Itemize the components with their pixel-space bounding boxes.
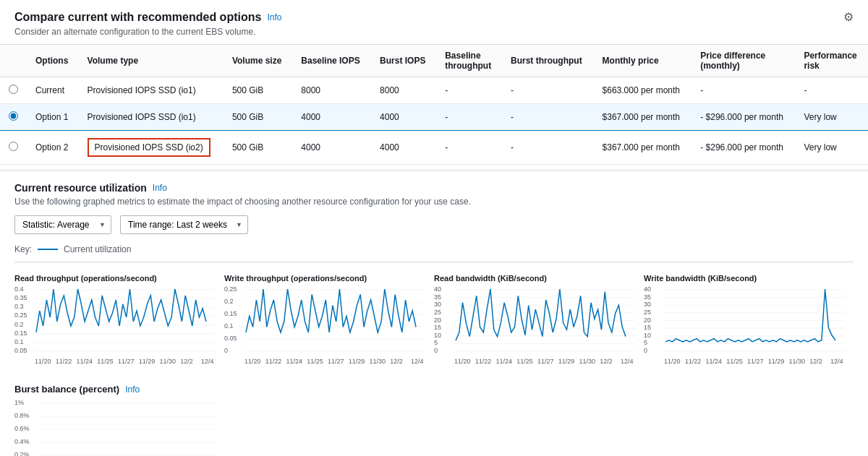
util-info-link[interactable]: Info — [153, 183, 167, 193]
baseline-iops: 4000 — [292, 104, 371, 131]
chart-container-0: Read throughput (operations/second)0.40.… — [14, 270, 224, 369]
svg-text:12/4: 12/4 — [201, 358, 214, 365]
svg-text:25: 25 — [644, 309, 651, 316]
perf-risk: - — [795, 77, 868, 104]
table-row: CurrentProvisioned IOPS SSD (io1)500 GiB… — [0, 77, 868, 104]
svg-text:30: 30 — [434, 301, 441, 308]
burst-section: Burst balance (percent) Info 1% 0.8% 0.6… — [0, 377, 868, 456]
volume-type: Provisioned IOPS SSD (io1) — [79, 77, 224, 104]
svg-text:30: 30 — [644, 301, 651, 308]
svg-text:11/24: 11/24 — [77, 358, 93, 365]
svg-text:11/27: 11/27 — [537, 358, 554, 365]
svg-text:11/27: 11/27 — [328, 358, 344, 365]
monthly-price: $367.000 per month — [594, 131, 692, 165]
svg-text:0: 0 — [644, 347, 647, 354]
table-row: Option 2Provisioned IOPS SSD (io2)500 Gi… — [0, 131, 868, 165]
svg-text:35: 35 — [434, 293, 441, 301]
svg-text:35: 35 — [644, 293, 651, 301]
col-volume-size: Volume size — [224, 45, 292, 77]
svg-text:0.15: 0.15 — [224, 310, 237, 317]
table-row: Option 1Provisioned IOPS SSD (io1)500 Gi… — [0, 104, 868, 131]
svg-text:0.1: 0.1 — [224, 322, 234, 330]
chart-title-1: Write throughput (operations/second) — [224, 274, 425, 283]
option-label: Current — [27, 77, 79, 104]
svg-text:0.25: 0.25 — [224, 285, 237, 293]
svg-text:15: 15 — [644, 324, 651, 331]
svg-text:0.2: 0.2 — [14, 321, 24, 328]
svg-text:11/25: 11/25 — [726, 358, 743, 365]
col-price-diff: Price difference(monthly) — [692, 45, 795, 77]
col-volume-type: Volume type — [79, 45, 224, 77]
svg-text:0.8%: 0.8% — [14, 412, 30, 419]
svg-text:12/2: 12/2 — [390, 358, 403, 365]
perf-risk: Very low — [795, 104, 868, 131]
time-range-dropdown-wrapper: Time range: Last 2 weeks — [120, 215, 248, 234]
svg-text:0.4%: 0.4% — [14, 438, 30, 445]
table-header-row: Options Volume type Volume size Baseline… — [0, 45, 868, 77]
svg-text:11/24: 11/24 — [706, 358, 723, 365]
svg-text:0.15: 0.15 — [14, 330, 27, 337]
volume-type: Provisioned IOPS SSD (io1) — [79, 104, 224, 131]
chart-area-0: 0.40.350.30.250.20.150.10.0511/2011/2211… — [14, 285, 216, 365]
svg-text:5: 5 — [434, 339, 438, 346]
burst-header: Burst balance (percent) Info — [14, 384, 854, 395]
svg-text:11/29: 11/29 — [558, 358, 575, 365]
svg-text:5: 5 — [644, 339, 647, 346]
monthly-price: $663.000 per month — [594, 77, 692, 104]
page-info-link[interactable]: Info — [267, 12, 281, 22]
chart-container-3: Write bandwidth (KiB/second)403530252015… — [644, 270, 854, 369]
svg-text:0.25: 0.25 — [14, 311, 27, 319]
radio-option2[interactable] — [9, 142, 18, 151]
svg-text:0.6%: 0.6% — [14, 425, 30, 432]
time-range-dropdown[interactable]: Time range: Last 2 weeks — [120, 215, 248, 234]
svg-text:11/27: 11/27 — [118, 358, 135, 365]
svg-text:12/4: 12/4 — [411, 358, 424, 365]
svg-text:11/22: 11/22 — [265, 358, 282, 365]
burst-chart-area: 1% 0.8% 0.6% 0.4% 0.2% 0% 11/20 11/22 11… — [14, 397, 854, 456]
col-baseline-iops: Baseline IOPS — [292, 45, 371, 77]
price-diff: - $296.000 per month — [692, 104, 795, 131]
svg-text:11/20: 11/20 — [664, 358, 681, 365]
statistic-dropdown[interactable]: Statistic: Average — [14, 215, 111, 234]
key-label: Current utilization — [64, 244, 131, 254]
svg-text:40: 40 — [644, 285, 651, 293]
burst-throughput: - — [502, 77, 594, 104]
chart-svg-1: 0.250.20.150.10.05011/2011/2211/2411/251… — [224, 285, 425, 365]
svg-text:11/20: 11/20 — [244, 358, 261, 365]
perf-risk: Very low — [795, 131, 868, 165]
chart-title-2: Read bandwidth (KiB/second) — [434, 274, 635, 283]
chart-title-0: Read throughput (operations/second) — [14, 274, 216, 283]
burst-iops: 8000 — [371, 77, 436, 104]
svg-text:10: 10 — [434, 332, 441, 339]
chart-container-2: Read bandwidth (KiB/second)4035302520151… — [434, 270, 644, 369]
key-label-prefix: Key: — [14, 244, 32, 254]
radio-current[interactable] — [9, 85, 18, 94]
gear-icon[interactable]: ⚙ — [843, 10, 854, 24]
col-burst-iops: Burst IOPS — [371, 45, 436, 77]
svg-text:11/25: 11/25 — [97, 358, 114, 365]
chart-title-3: Write bandwidth (KiB/second) — [644, 274, 845, 283]
svg-text:0: 0 — [224, 347, 228, 354]
price-diff: - — [692, 77, 795, 104]
svg-text:20: 20 — [434, 317, 441, 324]
radio-option1[interactable] — [9, 111, 18, 121]
svg-text:12/2: 12/2 — [600, 358, 613, 365]
burst-info-link[interactable]: Info — [125, 384, 140, 395]
chart-key: Key: Current utilization — [14, 244, 854, 254]
col-perf-risk: Performancerisk — [795, 45, 868, 77]
svg-text:11/30: 11/30 — [579, 358, 596, 365]
svg-text:0.05: 0.05 — [224, 335, 237, 342]
options-table: Options Volume type Volume size Baseline… — [0, 44, 868, 165]
option-label: Option 2 — [27, 131, 79, 165]
price-diff: - $296.000 per month — [692, 131, 795, 165]
col-options: Options — [27, 45, 79, 77]
col-burst-throughput: Burst throughput — [502, 45, 594, 77]
svg-text:11/29: 11/29 — [768, 358, 785, 365]
col-baseline-throughput: Baselinethroughput — [436, 45, 502, 77]
svg-text:11/29: 11/29 — [349, 358, 365, 365]
svg-text:10: 10 — [644, 332, 651, 339]
chart-area-2: 403530252015105011/2011/2211/2411/2511/2… — [434, 285, 635, 365]
svg-text:11/25: 11/25 — [307, 358, 323, 365]
svg-text:20: 20 — [644, 317, 651, 324]
baseline-throughput: - — [436, 131, 502, 165]
